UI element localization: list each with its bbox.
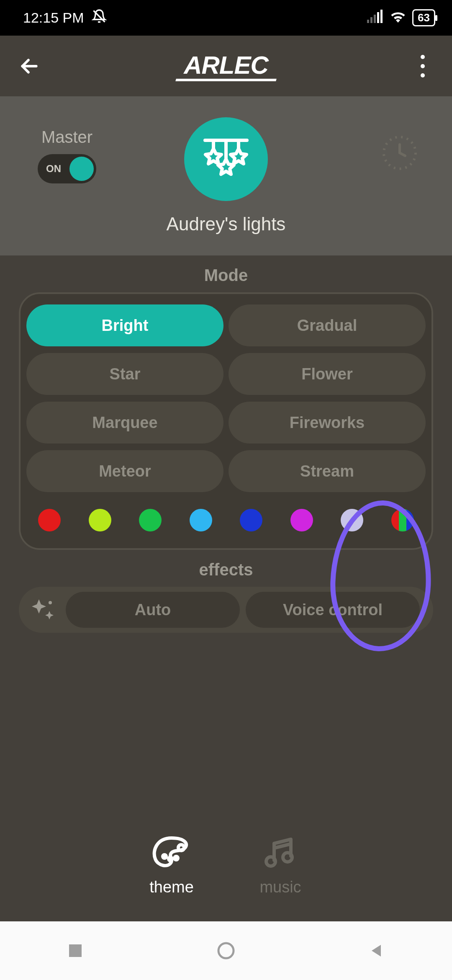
mode-marquee[interactable]: Marquee — [26, 402, 223, 444]
svg-point-21 — [218, 943, 234, 958]
color-red[interactable] — [38, 509, 61, 531]
svg-rect-3 — [374, 15, 376, 23]
color-blue[interactable] — [240, 509, 262, 531]
mode-grid: Bright Gradual Star Flower Marquee Firew… — [26, 304, 426, 492]
toggle-state: ON — [46, 163, 61, 175]
svg-point-12 — [49, 601, 52, 604]
alarm-mute-icon — [92, 9, 107, 27]
battery-indicator: 63 — [412, 9, 435, 26]
effects-card: Auto Voice control — [19, 587, 433, 633]
device-icon — [184, 117, 268, 201]
device-panel: Master ON Audrey's lights — [0, 96, 452, 255]
master-toggle[interactable]: ON — [38, 154, 96, 183]
svg-rect-2 — [370, 17, 372, 23]
signal-icon — [367, 10, 384, 26]
nav-back[interactable] — [362, 936, 391, 965]
nav-recent[interactable] — [61, 936, 90, 965]
effect-voice[interactable]: Voice control — [246, 592, 420, 628]
effect-auto[interactable]: Auto — [66, 592, 240, 628]
master-label: Master — [41, 128, 92, 147]
svg-marker-22 — [372, 945, 381, 957]
app-header: ARLEC — [0, 36, 452, 96]
back-button[interactable] — [17, 54, 42, 79]
mode-flower[interactable]: Flower — [229, 353, 426, 395]
status-time: 12:15 PM — [23, 10, 84, 26]
color-cyan[interactable] — [190, 509, 212, 531]
svg-point-15 — [175, 856, 178, 860]
svg-rect-4 — [377, 12, 379, 23]
mode-fireworks[interactable]: Fireworks — [229, 402, 426, 444]
device-name: Audrey's lights — [167, 214, 286, 235]
mode-meteor[interactable]: Meteor — [26, 450, 223, 492]
color-row — [26, 500, 426, 531]
brand-logo: ARLEC — [42, 51, 410, 81]
sparkle-icon — [26, 593, 60, 627]
status-bar: 12:15 PM 63 — [0, 0, 452, 36]
mode-stream[interactable]: Stream — [229, 450, 426, 492]
mode-gradual[interactable]: Gradual — [229, 304, 426, 346]
svg-point-13 — [163, 855, 166, 858]
palette-icon — [149, 833, 195, 871]
wifi-icon — [390, 10, 406, 26]
nav-home[interactable] — [211, 936, 241, 965]
svg-point-14 — [169, 857, 172, 861]
tab-music[interactable]: music — [257, 833, 303, 896]
music-icon — [257, 833, 303, 871]
timer-icon[interactable] — [381, 134, 419, 172]
svg-point-17 — [266, 857, 275, 866]
bottom-tabs: theme music — [0, 833, 452, 913]
color-magenta[interactable] — [290, 509, 313, 531]
mode-title: Mode — [0, 266, 452, 285]
color-white[interactable] — [341, 509, 363, 531]
color-lime[interactable] — [89, 509, 111, 531]
svg-rect-1 — [367, 20, 369, 23]
svg-point-16 — [178, 845, 184, 851]
svg-rect-5 — [380, 10, 383, 23]
svg-point-18 — [283, 853, 292, 862]
color-rgb[interactable] — [391, 509, 414, 531]
mode-card: Bright Gradual Star Flower Marquee Firew… — [19, 292, 433, 550]
mode-star[interactable]: Star — [26, 353, 223, 395]
menu-button[interactable] — [410, 55, 435, 77]
mode-bright[interactable]: Bright — [26, 304, 223, 346]
svg-rect-20 — [69, 944, 82, 957]
color-green[interactable] — [139, 509, 162, 531]
system-nav-bar — [0, 921, 452, 980]
effects-title: effects — [0, 560, 452, 579]
tab-theme[interactable]: theme — [149, 833, 195, 896]
